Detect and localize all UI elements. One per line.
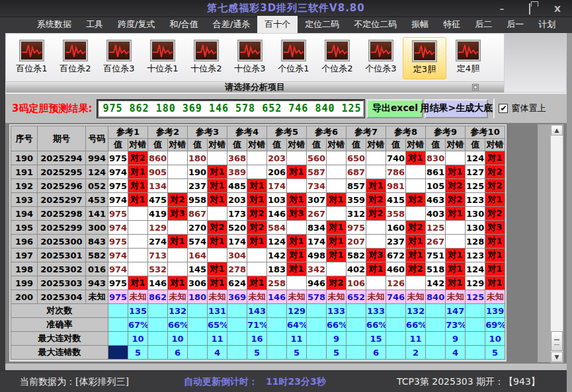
cell-result[interactable]: 未知 <box>446 290 466 304</box>
cell-value[interactable]: 975 <box>108 151 128 165</box>
cell-value[interactable]: 237 <box>188 179 208 193</box>
scroll-up-icon[interactable]: ▲ <box>551 125 563 136</box>
cell-result[interactable]: 对1 <box>208 179 227 193</box>
cell-number[interactable]: 453 <box>86 193 108 207</box>
cell-result[interactable] <box>128 221 148 235</box>
summary-empty-cell[interactable] <box>148 318 168 332</box>
cell-result[interactable] <box>406 165 426 179</box>
cell-result[interactable]: 对1 <box>406 151 426 165</box>
cell-period[interactable]: 2025296 <box>38 179 86 193</box>
summary-empty-cell[interactable] <box>108 318 128 332</box>
summary-value[interactable]: 132 <box>406 304 426 318</box>
summary-empty-cell[interactable] <box>386 332 406 346</box>
cell-value[interactable]: 124 <box>466 151 485 165</box>
summary-empty-cell[interactable] <box>148 304 168 318</box>
cell-result[interactable] <box>327 151 347 165</box>
summary-empty-cell[interactable] <box>108 332 128 346</box>
cell-value[interactable]: 203 <box>267 151 287 165</box>
close-icon[interactable]: X <box>552 4 563 14</box>
cell-number[interactable]: 300 <box>86 221 108 235</box>
cell-result[interactable]: 对1 <box>406 249 426 262</box>
menu-item-4[interactable]: 合差/通杀 <box>206 16 257 33</box>
cell-value[interactable]: 278 <box>227 262 247 276</box>
cell-value[interactable]: 274 <box>148 235 168 249</box>
cell-value[interactable]: 460 <box>386 262 406 276</box>
cell-value[interactable]: 125 <box>466 290 485 304</box>
expand-group-icon[interactable] <box>472 84 479 91</box>
cell-result[interactable]: 对1 <box>366 262 386 276</box>
cell-result[interactable]: 对1 <box>446 249 466 262</box>
cell-seq[interactable]: 191 <box>11 165 38 179</box>
menu-item-8[interactable]: 振幅 <box>404 16 436 33</box>
cell-result[interactable]: 对1 <box>327 249 347 262</box>
summary-empty-cell[interactable] <box>267 332 287 346</box>
cell-value[interactable]: 975 <box>108 179 128 193</box>
cell-value[interactable]: 587 <box>307 165 327 179</box>
cell-result[interactable] <box>446 221 466 235</box>
cell-value[interactable]: 145 <box>188 262 208 276</box>
cell-value[interactable]: 974 <box>108 249 128 262</box>
cell-result[interactable]: 对1 <box>128 165 148 179</box>
cell-result[interactable]: 未知 <box>406 290 426 304</box>
cell-number[interactable]: 052 <box>86 179 108 193</box>
cell-result[interactable]: 对1 <box>366 179 386 193</box>
menu-item-6[interactable]: 定位二码 <box>298 16 347 33</box>
cell-result[interactable]: 对1 <box>327 193 347 207</box>
cell-value[interactable]: 974 <box>108 165 128 179</box>
cell-result[interactable]: 对1 <box>485 193 505 207</box>
cell-result[interactable]: 未知 <box>247 290 267 304</box>
cell-result[interactable]: 对1 <box>287 193 307 207</box>
summary-empty-cell[interactable] <box>188 346 208 360</box>
cell-result[interactable]: 对1 <box>247 276 267 290</box>
cell-result[interactable] <box>327 165 347 179</box>
cell-value[interactable]: 946 <box>307 276 327 290</box>
summary-value[interactable]: 4 <box>446 346 466 360</box>
menu-item-1[interactable]: 工具 <box>79 16 110 33</box>
summary-value[interactable]: 2 <box>406 346 426 360</box>
cell-result[interactable] <box>168 179 188 193</box>
summary-value[interactable]: 139 <box>485 304 505 318</box>
cell-result[interactable]: 对1 <box>485 262 505 276</box>
summary-empty-cell[interactable] <box>188 304 208 318</box>
cell-value[interactable]: 584 <box>267 221 287 235</box>
cell-result[interactable]: 对2 <box>446 193 466 207</box>
cell-value[interactable]: 130 <box>466 207 485 221</box>
menu-item-3[interactable]: 和/合值 <box>162 16 205 33</box>
cell-seq[interactable]: 190 <box>11 151 38 165</box>
cell-result[interactable]: 对2 <box>128 151 148 165</box>
cell-result[interactable] <box>446 151 466 165</box>
cell-result[interactable] <box>168 221 188 235</box>
cell-value[interactable]: 687 <box>347 165 366 179</box>
cell-result[interactable]: 对2 <box>406 262 426 276</box>
summary-value[interactable]: 66% <box>406 318 426 332</box>
cell-result[interactable] <box>128 262 148 276</box>
cell-value[interactable]: 463 <box>426 193 446 207</box>
cell-number[interactable]: 未知 <box>86 290 108 304</box>
cell-value[interactable]: 267 <box>307 207 327 221</box>
cell-value[interactable]: 358 <box>386 207 406 221</box>
cell-result[interactable]: 对1 <box>208 262 227 276</box>
scroll-down-icon[interactable]: ▼ <box>551 352 563 362</box>
cell-value[interactable]: 270 <box>188 221 208 235</box>
cell-value[interactable]: 129 <box>148 221 168 235</box>
summary-value[interactable]: 10 <box>128 332 148 346</box>
cell-value[interactable]: 174 <box>307 235 327 249</box>
menu-item-2[interactable]: 跨度/复式 <box>110 16 162 33</box>
summary-empty-cell[interactable] <box>188 318 208 332</box>
cell-value[interactable]: 180 <box>188 151 208 165</box>
cell-period[interactable]: 2025302 <box>38 262 86 276</box>
cell-result[interactable] <box>327 179 347 193</box>
cell-result[interactable]: 对2 <box>406 221 426 235</box>
cell-number[interactable]: 994 <box>86 151 108 165</box>
cell-result[interactable]: 对1 <box>406 235 426 249</box>
cell-result[interactable] <box>128 249 148 262</box>
cell-value[interactable]: 306 <box>188 276 208 290</box>
cell-result[interactable]: 未知 <box>287 290 307 304</box>
cell-result[interactable] <box>247 249 267 262</box>
summary-value[interactable]: 133 <box>366 304 386 318</box>
cell-value[interactable]: 160 <box>386 221 406 235</box>
cell-result[interactable]: 对1 <box>287 262 307 276</box>
cell-result[interactable]: 对1 <box>287 249 307 262</box>
cell-period[interactable]: 2025301 <box>38 249 86 262</box>
cell-value[interactable]: 124 <box>466 262 485 276</box>
